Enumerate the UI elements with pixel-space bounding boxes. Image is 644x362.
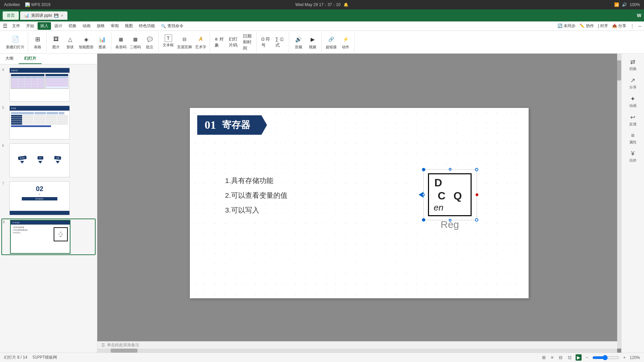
transition-label: 切换 <box>629 66 637 71</box>
register-box: D C Q en <box>428 173 472 216</box>
search-bar: W <box>637 13 641 18</box>
video-btn[interactable]: ▶ 视频 <box>306 34 319 50</box>
file-tab[interactable]: 📊 第四讲.pptx 💾 ✕ <box>20 11 67 20</box>
transition-btn[interactable]: ⇄ 切换 <box>623 56 643 73</box>
slide-canvas: 01 寄存器 1.具有存储功能 2.可以查看变量的值 3.可以写入 <box>190 108 529 298</box>
handle-tm[interactable] <box>449 168 451 171</box>
more-options[interactable]: ⋮ <box>630 24 634 28</box>
slide-item-7[interactable]: 7 02 + 寄存器操作 <box>1 181 96 216</box>
coauthor[interactable]: ✏️ 协作 <box>580 23 594 29</box>
slide-code-btn[interactable]: 幻灯片码 <box>227 37 240 48</box>
table-btn[interactable]: ⊞ 表格 <box>31 34 44 50</box>
view-play-btn[interactable]: ▶ <box>576 354 582 361</box>
comment-btn[interactable]: 💬 批注 <box>143 34 156 50</box>
formula-btn[interactable]: ∑ 公式 <box>273 37 287 48</box>
share-panel-label: 分享 <box>629 85 637 90</box>
datetime-btn[interactable]: 日期和时间 <box>241 37 254 48</box>
chart-btn[interactable]: 📊 图表 <box>96 34 109 50</box>
canvas-area: 01 寄存器 1.具有存储功能 2.可以查看变量的值 3.可以写入 <box>97 54 621 353</box>
share-panel-btn[interactable]: ↗ 分享 <box>623 75 643 92</box>
activities-label[interactable]: Activities <box>4 2 20 7</box>
handle-br[interactable] <box>475 218 478 222</box>
view-outline-btn[interactable]: ≡ <box>550 354 555 361</box>
slide-item-6[interactable]: 6 寄存器 PC 变量 <box>1 143 96 178</box>
pricing-btn[interactable]: ¥ 估价 <box>623 148 643 165</box>
minimize-icon[interactable]: ─ <box>638 24 641 28</box>
menu-transition[interactable]: 切换 <box>66 22 79 30</box>
menu-animation[interactable]: 动画 <box>80 22 93 30</box>
pricing-label: 估价 <box>629 158 637 163</box>
notes-bar[interactable]: ☰ 单击此处添加备注 <box>97 341 617 349</box>
home-tab[interactable]: 首页 <box>3 11 19 20</box>
register-container[interactable]: D C Q en Reg <box>428 173 472 230</box>
handle-bl[interactable] <box>422 218 425 222</box>
slide-item-8[interactable]: 8 01 寄存器 1.具有存储功能 2.可以查看变量的值 3.可以写入 D <box>1 219 96 255</box>
vertical-scrollbar[interactable] <box>617 54 621 349</box>
audio-icon: 🔊 <box>294 35 303 44</box>
view-grid-btn[interactable]: ⊟ <box>557 354 564 361</box>
properties-label: 属性 <box>629 140 637 145</box>
share-btn[interactable]: 📤 分享 <box>612 23 626 29</box>
body-line-3: 3.可以写入 <box>225 203 287 218</box>
menu-slideshow[interactable]: 放映 <box>94 22 107 30</box>
wordart-btn[interactable]: A 艺术字 <box>194 34 208 50</box>
animation-panel-icon: ✦ <box>630 95 635 103</box>
menu-design[interactable]: 设计 <box>52 22 65 30</box>
outline-tab[interactable]: 大纲 <box>0 54 19 64</box>
reg-d-label: D <box>434 177 442 189</box>
hyperlink-btn[interactable]: 🔗 超链接 <box>324 34 338 50</box>
zoom-in-btn[interactable]: + <box>622 354 627 361</box>
battery-label: 100% <box>630 2 640 7</box>
left-arrow <box>419 192 424 198</box>
object-icon: ⊕ 对象 <box>215 38 224 47</box>
barcode-btn[interactable]: ▦ 条形码 <box>114 34 128 50</box>
menu-special[interactable]: 特色功能 <box>136 22 158 30</box>
handle-tr[interactable] <box>475 168 478 171</box>
handle-tl[interactable] <box>422 168 425 171</box>
symbol-btn[interactable]: Ω 符号 <box>259 37 273 48</box>
image-icon: 🖼 <box>51 35 61 44</box>
slide-item-4[interactable]: 4 表格内容 <box>1 67 96 102</box>
animation-panel-label: 动画 <box>629 103 637 108</box>
view-normal-btn[interactable]: ⊞ <box>541 354 547 361</box>
search-command[interactable]: 🔍查找命令 <box>158 22 186 30</box>
ribbon-group-table: ⊞ 表格 <box>29 32 47 52</box>
network-icon: 📶 <box>614 2 619 7</box>
zoom-out-btn[interactable]: − <box>584 354 590 361</box>
horizontal-scrollbar[interactable] <box>97 349 617 353</box>
menu-file[interactable]: 文件 <box>9 22 23 30</box>
properties-btn[interactable]: ≡ 属性 <box>623 130 643 147</box>
close-tab-icon[interactable]: ✕ <box>61 14 63 17</box>
slide-thumb-5: 寄存器 <box>9 106 70 139</box>
image-btn[interactable]: 🖼 图片 <box>49 34 63 50</box>
menu-icon[interactable]: ☰ <box>3 23 7 29</box>
ribbon-group-text: T 文本框 ⊟ 页眉页脚 A 艺术字 <box>159 32 210 52</box>
feedback-label: 反馈 <box>629 122 637 127</box>
shape-icon: △ <box>65 35 75 44</box>
handle-mr[interactable] <box>476 193 478 196</box>
reg-en-label: en <box>434 202 443 213</box>
menu-insert[interactable]: 插入 <box>38 22 51 30</box>
audio-btn[interactable]: 🔊 音频 <box>292 34 305 50</box>
slide-num-4: 4 <box>2 68 7 72</box>
menu-view[interactable]: 视图 <box>122 22 136 30</box>
textbox-btn[interactable]: T 文本框 <box>161 34 175 50</box>
animation-panel-btn[interactable]: ✦ 动画 <box>623 93 643 110</box>
qrcode-btn[interactable]: ▩ 二维码 <box>128 34 142 50</box>
smart-shape-btn[interactable]: ◈ 智能图形 <box>77 34 95 50</box>
feedback-btn[interactable]: ↩ 反馈 <box>623 112 643 129</box>
new-slide-btn[interactable]: 📄 新建幻灯片 <box>5 34 26 50</box>
menu-home[interactable]: 开始 <box>23 22 37 30</box>
header-footer-btn[interactable]: ⊟ 页眉页脚 <box>176 34 193 50</box>
align-tool[interactable]: | 对齐 <box>598 23 608 29</box>
slide-item-5[interactable]: 5 寄存器 <box>1 105 96 140</box>
slides-tab[interactable]: 幻灯片 <box>19 54 42 64</box>
save-icon[interactable]: 💾 <box>54 13 59 18</box>
shape-btn[interactable]: △ 形状 <box>63 34 77 50</box>
object-btn[interactable]: ⊕ 对象 <box>213 37 226 48</box>
zoom-slider[interactable] <box>592 355 619 360</box>
view-notes-btn[interactable]: ⊡ <box>567 354 573 361</box>
menu-review[interactable]: 审阅 <box>108 22 121 30</box>
slide-code-icon: 幻灯片码 <box>229 38 238 47</box>
action-btn[interactable]: ⚡ 动作 <box>339 34 352 50</box>
